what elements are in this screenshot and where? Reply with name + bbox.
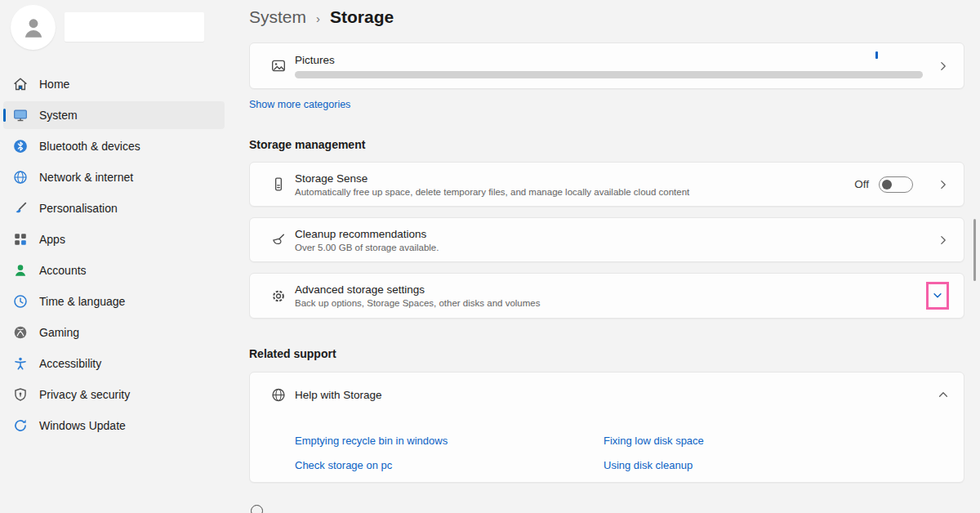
sidebar-item-time-language[interactable]: Time & language: [3, 288, 225, 315]
breadcrumb-separator-icon: ›: [316, 10, 320, 25]
sidebar-item-label: Home: [39, 78, 69, 91]
help-globe-icon: [271, 387, 286, 402]
gaming-icon: [13, 325, 28, 340]
gear-icon: [271, 288, 286, 303]
sidebar-item-privacy[interactable]: Privacy & security: [3, 381, 225, 408]
scrolled-item-icon: [251, 505, 263, 513]
storage-usage-marker: [875, 51, 878, 59]
pictures-storage-bar: [295, 71, 923, 78]
chevron-right-icon[interactable]: [938, 234, 949, 246]
storage-sense-card[interactable]: Storage Sense Automatically free up spac…: [249, 162, 964, 207]
advanced-storage-text: Advanced storage settings Back up option…: [295, 283, 540, 308]
advanced-storage-title: Advanced storage settings: [295, 283, 540, 296]
sidebar-item-label: Personalisation: [39, 202, 118, 215]
sidebar-item-label: Bluetooth & devices: [39, 140, 140, 153]
settings-sidebar: Home System Bluetooth & devices: [0, 0, 238, 513]
time-language-icon: [13, 294, 28, 309]
page-title: Storage: [330, 7, 394, 27]
sidebar-item-network[interactable]: Network & internet: [3, 163, 225, 191]
home-icon: [13, 77, 28, 91]
broom-icon: [271, 233, 286, 248]
sidebar-item-label: Accounts: [39, 264, 87, 277]
bluetooth-icon: [13, 139, 28, 154]
storage-sense-controls: Off: [854, 176, 949, 193]
cleanup-subtitle: Over 5.00 GB of storage available.: [295, 243, 439, 252]
related-support-heading: Related support: [249, 347, 336, 360]
person-icon: [21, 16, 46, 40]
cleanup-recommendations-card[interactable]: Cleanup recommendations Over 5.00 GB of …: [249, 217, 964, 262]
help-title-wrap: Help with Storage: [295, 389, 382, 401]
help-links: Emptying recycle bin in windows Fixing l…: [295, 435, 949, 471]
sidebar-item-bluetooth[interactable]: Bluetooth & devices: [3, 132, 225, 160]
chevron-right-icon[interactable]: [938, 60, 949, 72]
help-link[interactable]: Using disk cleanup: [604, 459, 949, 471]
sidebar-item-windows-update[interactable]: Windows Update: [3, 412, 225, 439]
advanced-storage-subtitle: Back up options, Storage Spaces, other d…: [295, 298, 540, 308]
pictures-category-card[interactable]: Pictures: [249, 42, 964, 89]
storage-sense-toggle[interactable]: [879, 176, 913, 193]
chevron-down-icon[interactable]: [932, 290, 943, 301]
privacy-icon: [13, 387, 28, 402]
show-more-categories-link[interactable]: Show more categories: [249, 99, 350, 110]
sidebar-item-home[interactable]: Home: [3, 70, 225, 98]
pictures-info: Pictures: [295, 54, 923, 78]
network-icon: [13, 170, 28, 185]
user-name-box[interactable]: [65, 12, 204, 42]
storage-sense-icon: [271, 177, 286, 192]
cleanup-title: Cleanup recommendations: [295, 228, 439, 240]
pictures-icon: [271, 59, 286, 74]
breadcrumb: System › Storage: [249, 7, 394, 27]
selected-indicator: [3, 109, 6, 122]
sidebar-item-accounts[interactable]: Accounts: [3, 256, 225, 284]
advanced-storage-card[interactable]: Advanced storage settings Back up option…: [249, 273, 964, 319]
toggle-state-label: Off: [854, 178, 869, 190]
help-link[interactable]: Fixing low disk space: [604, 435, 949, 447]
storage-management-heading: Storage management: [249, 138, 365, 151]
sidebar-item-label: Accessibility: [39, 357, 101, 370]
chevron-right-icon[interactable]: [938, 179, 949, 190]
system-icon: [13, 108, 28, 123]
storage-sense-subtitle: Automatically free up space, delete temp…: [295, 187, 689, 197]
breadcrumb-parent[interactable]: System: [249, 7, 306, 27]
annotation-highlight-box: [926, 282, 949, 310]
accounts-icon: [13, 263, 28, 278]
sidebar-item-label: System: [39, 109, 78, 122]
user-avatar[interactable]: [11, 5, 56, 50]
sidebar-item-label: Gaming: [39, 326, 79, 339]
settings-main: System › Storage Pictures Show more cate…: [249, 0, 964, 513]
toggle-knob: [882, 180, 892, 190]
accessibility-icon: [13, 356, 28, 371]
sidebar-item-label: Apps: [39, 233, 65, 246]
sidebar-item-label: Time & language: [39, 295, 125, 308]
sidebar-item-label: Privacy & security: [39, 388, 130, 401]
sidebar-nav: Home System Bluetooth & devices: [3, 70, 225, 443]
sidebar-item-gaming[interactable]: Gaming: [3, 319, 225, 346]
help-title: Help with Storage: [295, 389, 382, 401]
scrollbar-thumb[interactable]: [973, 219, 976, 281]
cleanup-text: Cleanup recommendations Over 5.00 GB of …: [295, 228, 439, 252]
help-link[interactable]: Check storage on pc: [295, 459, 604, 471]
help-header-row[interactable]: Help with Storage: [271, 372, 949, 417]
help-link[interactable]: Emptying recycle bin in windows: [295, 435, 604, 447]
sidebar-item-system[interactable]: System: [3, 101, 225, 129]
storage-sense-title: Storage Sense: [295, 172, 689, 185]
sidebar-item-label: Network & internet: [39, 171, 133, 184]
sidebar-item-accessibility[interactable]: Accessibility: [3, 350, 225, 377]
storage-sense-text: Storage Sense Automatically free up spac…: [295, 172, 689, 197]
windows-update-icon: [13, 418, 28, 433]
sidebar-item-label: Windows Update: [39, 419, 126, 432]
apps-icon: [13, 232, 28, 247]
chevron-up-icon[interactable]: [938, 389, 949, 400]
sidebar-item-apps[interactable]: Apps: [3, 225, 225, 253]
help-with-storage-card: Help with Storage Emptying recycle bin i…: [249, 372, 964, 483]
pictures-title: Pictures: [295, 54, 923, 66]
personalisation-icon: [13, 201, 28, 216]
sidebar-item-personalisation[interactable]: Personalisation: [3, 194, 225, 222]
